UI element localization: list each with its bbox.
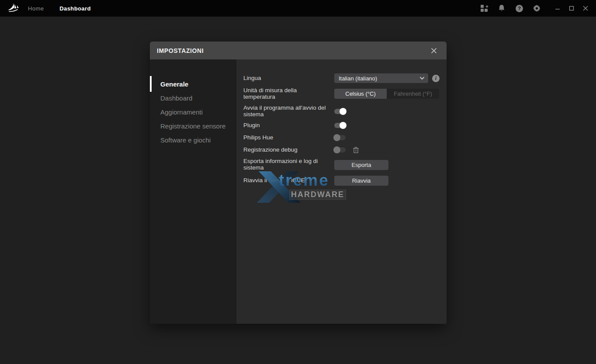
startup-toggle[interactable]: [334, 109, 346, 114]
nav-dashboard[interactable]: Dashboard: [59, 5, 91, 12]
row-esporta: Esporta informazioni e log di sistema Es…: [243, 158, 440, 171]
temperature-unit-segmented: Celsius (°C) Fahrenheit (°F): [334, 89, 439, 99]
close-window-icon[interactable]: [579, 0, 593, 17]
philips-hue-toggle[interactable]: [334, 135, 346, 140]
row-riavvia: Riavvia il Servizio iCUE Riavvia: [243, 176, 440, 186]
toggle-knob: [333, 134, 340, 141]
language-select-value: Italian (italiano): [339, 75, 377, 82]
plugin-toggle[interactable]: [334, 123, 346, 128]
celsius-segment[interactable]: Celsius (°C): [334, 89, 387, 99]
settings-icon[interactable]: [528, 0, 545, 17]
philips-hue-label: Philips Hue: [243, 135, 334, 141]
temperatura-label: Unità di misura della temperatura: [243, 87, 334, 101]
modules-icon[interactable]: [475, 0, 493, 17]
plugin-label: Plugin: [243, 122, 334, 129]
close-icon[interactable]: [428, 45, 440, 56]
row-philips-hue: Philips Hue: [243, 134, 440, 142]
help-icon[interactable]: ?: [510, 0, 528, 17]
toggle-knob: [340, 122, 347, 129]
sidebar-item-dashboard[interactable]: Dashboard: [150, 91, 236, 105]
debug-log-toggle[interactable]: [334, 147, 346, 153]
settings-sidebar: Generale Dashboard Aggiornamenti Registr…: [150, 59, 236, 324]
avvio-label: Avvia il programma all'avvio del sistema: [243, 105, 334, 118]
toggle-knob: [333, 146, 340, 153]
esporta-button[interactable]: Esporta: [334, 160, 388, 170]
debug-label: Registrazione debug: [243, 147, 334, 153]
riavvia-button[interactable]: Riavvia: [334, 176, 388, 186]
corsair-sails-icon: [7, 3, 21, 14]
row-plugin: Plugin: [243, 121, 440, 129]
sidebar-item-software-e-giochi[interactable]: Software e giochi: [150, 133, 236, 147]
top-bar: Home Dashboard ?: [0, 0, 596, 17]
trash-icon[interactable]: [353, 146, 359, 153]
settings-dialog: IMPOSTAZIONI Generale Dashboard Aggiorna…: [150, 42, 447, 324]
notifications-icon[interactable]: [493, 0, 510, 17]
language-select[interactable]: Italian (italiano): [334, 73, 428, 83]
corsair-logo[interactable]: [0, 3, 28, 14]
lingua-label: Lingua: [243, 75, 334, 82]
row-temperatura: Unità di misura della temperatura Celsiu…: [243, 87, 440, 101]
row-lingua: Lingua Italian (italiano) i: [243, 73, 440, 83]
sidebar-item-registrazione-sensore[interactable]: Registrazione sensore: [150, 119, 236, 133]
minimize-icon[interactable]: [551, 0, 565, 17]
chevron-down-icon: [419, 76, 425, 80]
sidebar-item-aggiornamenti[interactable]: Aggiornamenti: [150, 105, 236, 119]
riavvia-label: Riavvia il Servizio iCUE: [243, 177, 334, 184]
dialog-titlebar: IMPOSTAZIONI: [150, 42, 447, 59]
svg-text:?: ?: [518, 6, 521, 11]
info-icon[interactable]: i: [432, 75, 440, 82]
row-avvio: Avvia il programma all'avvio del sistema: [243, 105, 440, 118]
window-controls: [551, 0, 593, 17]
toggle-knob: [340, 108, 347, 115]
sidebar-item-generale[interactable]: Generale: [150, 77, 236, 91]
nav-home[interactable]: Home: [28, 5, 44, 12]
settings-content: Lingua Italian (italiano) i Unità di mis…: [236, 59, 447, 324]
fahrenheit-segment[interactable]: Fahrenheit (°F): [387, 89, 439, 99]
esporta-label: Esporta informazioni e log di sistema: [243, 158, 334, 171]
maximize-icon[interactable]: [565, 0, 579, 17]
dialog-title: IMPOSTAZIONI: [157, 47, 204, 54]
row-debug: Registrazione debug: [243, 146, 440, 154]
